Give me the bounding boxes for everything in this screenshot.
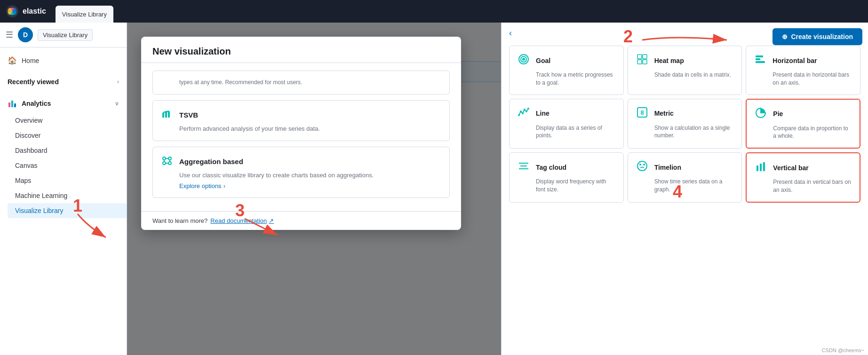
read-documentation-link[interactable]: Read documentation ↗	[210, 217, 274, 224]
tsvb-desc: Perform advanced analysis of your time s…	[160, 125, 442, 133]
svg-rect-25	[643, 60, 647, 64]
app-title: elastic	[23, 7, 46, 16]
timelion-desc: Show time series data on a graph.	[636, 178, 734, 194]
tag-cloud-desc: Display word frequency with font size.	[517, 178, 616, 194]
sidebar-item-discover[interactable]: Discover	[8, 128, 127, 143]
viz-card-pie[interactable]: Pie Compare data in proportion to a whol…	[746, 99, 860, 149]
viz-card-timelion[interactable]: Timelion Show time series data on a grap…	[628, 152, 742, 203]
external-link-icon: ↗	[269, 217, 274, 224]
svg-point-11	[163, 157, 166, 160]
svg-point-13	[163, 162, 166, 165]
analytics-header[interactable]: Analytics ∨	[0, 94, 127, 113]
viz-card-goal-header: Goal	[517, 54, 616, 67]
new-visualization-modal: New visualization types at any time. Rec…	[141, 37, 461, 230]
footer-text: Want to learn more?	[152, 217, 207, 224]
goal-icon	[517, 54, 530, 67]
svg-point-14	[168, 162, 171, 165]
overview-label: Overview	[15, 117, 42, 124]
viz-options-grid: Goal Track how a metric progresses to a …	[505, 42, 864, 206]
analytics-sub-items: Overview Discover Dashboard Canvas Maps …	[0, 113, 127, 218]
sidebar-item-dashboard[interactable]: Dashboard	[8, 143, 127, 158]
sidebar-item-overview[interactable]: Overview	[8, 113, 127, 128]
explore-options-link[interactable]: Explore options ›	[160, 182, 225, 189]
viz-card-goal[interactable]: Goal Track how a metric progresses to a …	[509, 46, 624, 95]
viz-card-metric[interactable]: 8 Metric Show a calculation as a single …	[628, 99, 742, 149]
tsvb-icon	[160, 108, 174, 122]
svg-rect-45	[763, 162, 765, 171]
horizontal-bar-title: Horizontal bar	[772, 57, 817, 64]
line-title: Line	[536, 110, 549, 117]
viz-card-vertical-bar[interactable]: Vertical bar Present data in vertical ba…	[746, 152, 860, 203]
modal-item-recommended-desc: types at any time. Recommended for most …	[160, 79, 442, 87]
svg-point-41	[639, 164, 641, 166]
create-visualization-button[interactable]: ⊕ Create visualization	[772, 28, 863, 45]
goal-title: Goal	[536, 57, 550, 64]
hamburger-icon[interactable]: ☰	[6, 30, 13, 40]
modal-item-recommended[interactable]: types at any time. Recommended for most …	[152, 71, 450, 95]
heatmap-icon	[636, 54, 649, 67]
sidebar-item-visualize-library[interactable]: Visualize Library	[8, 203, 127, 218]
modal-title: New visualization	[141, 37, 461, 63]
recently-viewed-label: Recently viewed	[8, 78, 59, 86]
modal-item-aggregation[interactable]: Aggregation based Use our classic visual…	[152, 147, 450, 198]
watermark-text: CSDN @cheems~	[822, 347, 864, 353]
modal-footer: Want to learn more? Read documentation ↗	[141, 211, 461, 230]
chevron-right-icon: ›	[117, 79, 119, 85]
sidebar-item-machine-learning[interactable]: Machine Learning	[8, 188, 127, 203]
visualize-library-label: Visualize Library	[15, 207, 63, 214]
recently-viewed-section: Recently viewed ›	[0, 73, 127, 90]
metric-title: Metric	[654, 110, 674, 117]
collapse-panel-button[interactable]: ‹	[509, 28, 512, 38]
home-icon: 🏠	[8, 56, 17, 65]
svg-marker-5	[8, 103, 10, 107]
sidebar-item-home[interactable]: 🏠 Home	[0, 51, 127, 70]
viz-card-pie-header: Pie	[754, 107, 852, 121]
user-avatar: D	[18, 27, 33, 42]
sidebar-nav: 🏠 Home	[0, 47, 127, 73]
heatmap-title: Heat map	[654, 57, 684, 64]
sidebar-item-maps[interactable]: Maps	[8, 173, 127, 188]
svg-rect-27	[756, 58, 760, 60]
sidebar-header: ☰ D Visualize Library	[0, 23, 127, 47]
analytics-label: Analytics	[22, 100, 51, 107]
viz-card-horizontal-bar[interactable]: Horizontal bar Present data in horizonta…	[746, 46, 860, 95]
analytics-icon	[8, 99, 17, 108]
plus-icon: ⊕	[782, 33, 788, 40]
tag-cloud-title: Tag cloud	[536, 164, 566, 171]
pie-icon	[754, 107, 767, 121]
tab-bar: Visualize Library	[56, 0, 113, 23]
viz-card-tag-cloud[interactable]: Tag cloud Display word frequency with fo…	[509, 152, 624, 203]
watermark: CSDN @cheems~	[822, 347, 864, 353]
viz-card-heatmap[interactable]: Heat map Shade data in cells in a matrix…	[628, 46, 742, 95]
vertical-bar-icon	[754, 161, 767, 174]
svg-marker-7	[14, 103, 16, 107]
line-desc: Display data as a series of points.	[517, 124, 616, 140]
recently-viewed-header[interactable]: Recently viewed ›	[8, 78, 119, 86]
modal-item-tsvb-header: TSVB	[160, 108, 442, 122]
analytics-header-left: Analytics	[8, 99, 51, 108]
footer-link-text: Read documentation	[210, 217, 267, 224]
discover-label: Discover	[15, 132, 40, 139]
svg-rect-24	[637, 60, 642, 64]
svg-rect-10	[168, 112, 170, 118]
viz-card-timelion-header: Timelion	[636, 160, 734, 174]
modal-item-tsvb[interactable]: TSVB Perform advanced analysis of your t…	[152, 100, 450, 141]
svg-point-29	[518, 114, 520, 116]
home-label: Home	[22, 57, 39, 64]
viz-card-metric-header: 8 Metric	[636, 107, 734, 120]
svg-rect-28	[756, 61, 765, 63]
vertical-bar-desc: Present data in vertical bars on an axis…	[754, 178, 852, 194]
create-button-label: Create visualization	[791, 33, 853, 40]
sidebar-item-canvas[interactable]: Canvas	[8, 158, 127, 173]
user-initial: D	[23, 31, 28, 39]
analytics-chevron-icon: ∨	[115, 100, 119, 107]
metric-desc: Show a calculation as a single number.	[636, 124, 734, 140]
svg-point-32	[524, 109, 526, 110]
sidebar: ☰ D Visualize Library 🏠 Home Recently vi…	[0, 23, 127, 355]
tsvb-title: TSVB	[179, 111, 198, 119]
modal-body: types at any time. Recommended for most …	[141, 63, 461, 211]
viz-card-tag-cloud-header: Tag cloud	[517, 160, 616, 174]
metric-icon: 8	[636, 107, 649, 120]
visualize-library-tab[interactable]: Visualize Library	[56, 6, 113, 23]
viz-card-line[interactable]: Line Display data as a series of points.	[509, 99, 624, 149]
